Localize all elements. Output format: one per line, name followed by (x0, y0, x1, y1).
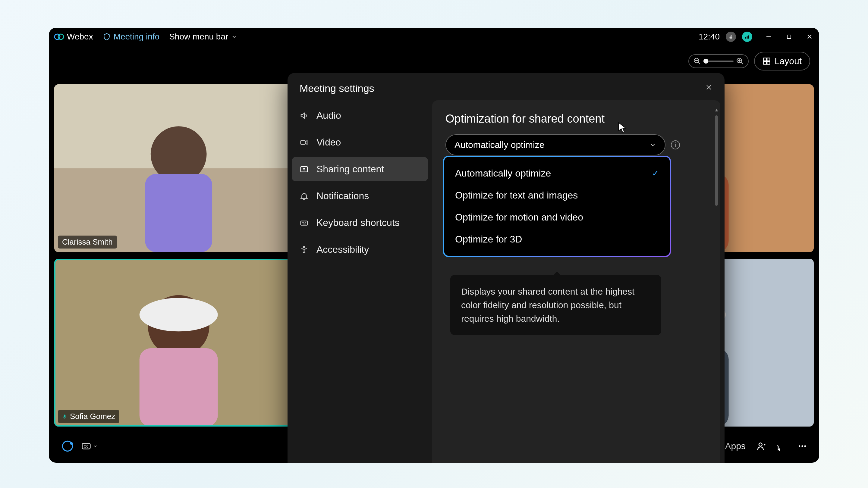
dropdown-option-motion[interactable]: Optimize for motion and video (444, 206, 670, 228)
dropdown-option-auto[interactable]: Automatically optimize ✓ (444, 162, 670, 184)
bell-icon (300, 192, 309, 201)
svg-point-51 (799, 445, 800, 447)
closed-caption-button[interactable]: CC (82, 441, 98, 451)
layout-button[interactable]: Layout (754, 52, 810, 70)
sidebar-item-audio[interactable]: Audio (292, 103, 428, 128)
bottom-left-controls: CC (61, 440, 98, 453)
dropdown-option-text[interactable]: Optimize for text and images (444, 184, 670, 206)
dropdown-option-3d[interactable]: Optimize for 3D (444, 228, 670, 250)
show-menu-label: Show menu bar (169, 32, 228, 41)
svg-rect-20 (767, 61, 770, 64)
bottom-right-controls: Apps (712, 441, 807, 451)
svg-rect-32 (140, 348, 218, 427)
app-name: Webex (67, 32, 93, 41)
chevron-down-icon (649, 141, 656, 149)
cc-icon: CC (82, 441, 91, 451)
sidebar-item-sharing[interactable]: Sharing content (292, 157, 428, 181)
maximize-button[interactable] (785, 33, 793, 41)
svg-rect-2 (730, 36, 733, 38)
svg-line-11 (698, 62, 700, 64)
network-status-icon[interactable] (742, 32, 752, 42)
sidebar-item-video[interactable]: Video (292, 130, 428, 155)
meeting-info-label: Meeting info (114, 32, 160, 41)
optimization-dropdown[interactable]: Automatically optimize (445, 134, 665, 156)
lock-icon[interactable] (726, 32, 736, 42)
option-label: Optimize for 3D (455, 234, 522, 245)
titlebar-left: Webex Meeting info Show menu bar (54, 32, 237, 41)
app-logo-group[interactable]: Webex (54, 32, 93, 41)
sidebar-item-label: Accessibility (316, 244, 369, 255)
assistant-icon[interactable] (61, 440, 74, 453)
sidebar-item-notifications[interactable]: Notifications (292, 184, 428, 208)
scroll-up-icon[interactable]: ▴ (714, 106, 718, 113)
shield-icon (103, 33, 111, 41)
option-label: Automatically optimize (455, 168, 551, 179)
zoom-in-icon[interactable] (736, 57, 744, 65)
titlebar-right: 12:40 (699, 32, 814, 42)
more-options-icon[interactable] (798, 441, 807, 451)
option-label: Optimize for text and images (455, 190, 578, 201)
sidebar-item-accessibility[interactable]: Accessibility (292, 237, 428, 262)
svg-point-40 (70, 442, 73, 445)
info-button[interactable]: i (671, 140, 680, 150)
svg-rect-18 (767, 58, 770, 61)
video-tile-active-speaker[interactable]: Sofia Gomez (54, 259, 303, 427)
scroll-thumb[interactable] (715, 116, 718, 206)
svg-rect-7 (787, 35, 791, 38)
tooltip: Displays your shared content at the high… (450, 275, 661, 335)
svg-point-59 (302, 222, 303, 223)
settings-header: Meeting settings (287, 73, 724, 100)
svg-rect-5 (748, 36, 749, 39)
grid-icon (763, 57, 771, 65)
webex-logo-icon (54, 32, 64, 41)
svg-point-61 (305, 222, 306, 223)
svg-rect-4 (747, 36, 748, 39)
zoom-out-icon[interactable] (693, 57, 701, 65)
apps-label: Apps (725, 441, 746, 451)
svg-rect-56 (301, 140, 305, 144)
layout-label: Layout (775, 56, 802, 66)
svg-point-53 (804, 445, 806, 447)
settings-sidebar: Audio Video Sharing content Notification… (287, 100, 432, 463)
video-tile[interactable]: Clarissa Smith (54, 84, 303, 252)
show-menu-bar-button[interactable]: Show menu bar (169, 32, 237, 41)
check-icon: ✓ (652, 168, 659, 178)
svg-rect-17 (764, 58, 766, 61)
svg-point-63 (304, 246, 305, 248)
participant-name-label: Clarissa Smith (58, 235, 117, 249)
chevron-down-icon (231, 34, 237, 40)
close-window-button[interactable] (805, 33, 814, 41)
info-icon: i (675, 141, 676, 149)
svg-rect-3 (745, 37, 746, 39)
tooltip-text: Displays your shared content at the high… (461, 287, 634, 324)
minimize-button[interactable] (764, 33, 773, 41)
content-heading: Optimization for shared content (445, 112, 707, 125)
camera-icon (300, 138, 309, 147)
meeting-settings-panel: Meeting settings Audio Video Sharing con… (287, 73, 724, 463)
participants-icon[interactable] (756, 441, 766, 451)
zoom-control[interactable] (688, 54, 749, 68)
dropdown-selected-value: Automatically optimize (455, 140, 544, 150)
close-settings-button[interactable] (705, 84, 712, 93)
svg-rect-24 (145, 174, 212, 252)
accessibility-icon (300, 245, 309, 254)
svg-point-31 (140, 298, 218, 331)
option-label: Optimize for motion and video (455, 212, 583, 223)
dropdown-row: Automatically optimize i (445, 134, 707, 156)
share-screen-icon (300, 165, 309, 174)
svg-point-48 (759, 443, 762, 446)
svg-point-23 (151, 126, 207, 182)
participant-name-label: Sofia Gomez (58, 410, 119, 423)
speaker-icon (300, 111, 309, 120)
chat-icon[interactable] (777, 441, 786, 451)
meeting-info-button[interactable]: Meeting info (103, 32, 160, 41)
settings-title: Meeting settings (300, 83, 374, 94)
view-toolbar: Layout (688, 52, 810, 70)
scrollbar[interactable]: ▴ ▾ (714, 106, 718, 463)
sidebar-item-label: Notifications (316, 190, 369, 201)
svg-point-60 (304, 222, 304, 223)
zoom-slider[interactable] (704, 61, 734, 62)
settings-content: Optimization for shared content Automati… (432, 100, 720, 463)
chevron-down-icon (93, 444, 98, 449)
sidebar-item-keyboard[interactable]: Keyboard shortcuts (292, 210, 428, 235)
